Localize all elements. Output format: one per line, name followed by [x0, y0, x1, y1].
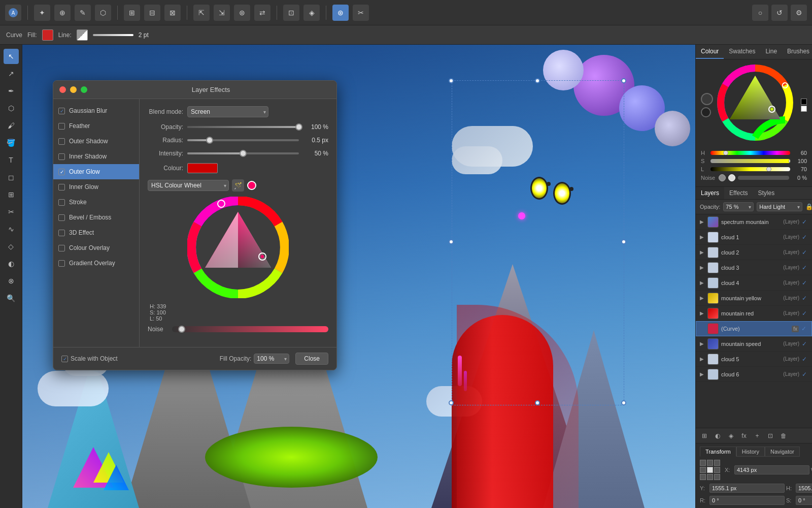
handle-tl[interactable]: [449, 78, 454, 83]
layer-cloud6[interactable]: ▶ cloud 6 (Layer) ✓: [696, 367, 812, 382]
layer-expand-icon-mr[interactable]: ▶: [699, 310, 705, 316]
layer-cloud5[interactable]: ▶ cloud 5 (Layer) ✓: [696, 352, 812, 367]
gradient-overlay-check[interactable]: [58, 260, 65, 267]
noise-thumb[interactable]: [178, 326, 185, 333]
tool-shape[interactable]: ⬡: [95, 5, 111, 21]
pos-br[interactable]: [714, 474, 720, 480]
layer-cloud1[interactable]: ▶ cloud 1 (Layer) ✓: [696, 230, 812, 245]
tool-vector-brush[interactable]: ∿: [4, 221, 19, 237]
tool-eraser[interactable]: ◇: [4, 239, 19, 254]
tool-transparency[interactable]: ⊗: [4, 273, 19, 289]
layer-vis-ms[interactable]: ✓: [802, 340, 809, 347]
layer-vis-c1[interactable]: ✓: [802, 234, 809, 241]
transform-tab-history[interactable]: History: [736, 447, 765, 457]
tool-flip[interactable]: ⇄: [254, 5, 270, 21]
tool-distribute[interactable]: ⊛: [234, 5, 250, 21]
tool-share[interactable]: ◈: [303, 5, 320, 21]
colour-preset-white[interactable]: [801, 106, 807, 112]
effect-colour-overlay[interactable]: Colour Overlay: [53, 240, 139, 256]
opacity-track[interactable]: [187, 126, 299, 128]
layers-tab-effects[interactable]: Effects: [724, 187, 753, 199]
gaussian-blur-check[interactable]: ✓: [58, 108, 65, 114]
noise-panel-circle2[interactable]: [728, 174, 735, 181]
layer-expand-icon-c5[interactable]: ▶: [699, 356, 705, 362]
feather-check[interactable]: [58, 123, 65, 130]
transform-tab-navigator[interactable]: Navigator: [765, 447, 800, 457]
pos-mc[interactable]: [707, 467, 713, 473]
pos-bl[interactable]: [700, 474, 706, 480]
tool-settings[interactable]: ⚙: [791, 5, 807, 21]
blend-mode-select[interactable]: Screen Normal Multiply Hard Light Overla…: [187, 106, 268, 117]
noise-panel-track[interactable]: [738, 176, 789, 180]
right-wheel-svg[interactable]: [717, 65, 793, 141]
y-input[interactable]: [709, 484, 785, 493]
layer-expand-icon-c3[interactable]: ▶: [699, 265, 705, 271]
layer-vis-curve[interactable]: ✓: [801, 325, 808, 332]
background-colour[interactable]: [701, 107, 711, 117]
layer-mountain-yellow[interactable]: ▶ mountain yellow (Layer) ✓: [696, 291, 812, 306]
tool-pen-left[interactable]: ✒: [4, 83, 19, 99]
tool-align-right[interactable]: ⇲: [214, 5, 230, 21]
inner-shadow-check[interactable]: [58, 153, 65, 160]
layer-blend-select[interactable]: Hard Light Normal Screen Multiply: [757, 202, 802, 211]
layer-expand-icon-ms[interactable]: ▶: [699, 341, 705, 347]
layer-mountain-speed[interactable]: ▶ mountain speed (Layer) ✓: [696, 336, 812, 352]
effect-gaussian-blur[interactable]: ✓ Gaussian Blur: [53, 103, 139, 118]
outer-glow-check[interactable]: ✓: [58, 169, 65, 175]
tool-fill[interactable]: 🪣: [4, 135, 19, 150]
h-thumb[interactable]: [723, 151, 728, 155]
handle-bl[interactable]: [449, 400, 454, 405]
tool-shape-left[interactable]: ◻: [4, 170, 19, 185]
layer-mountain-red[interactable]: ▶ mountain red (Layer) ✓: [696, 306, 812, 321]
effect-inner-shadow[interactable]: Inner Shadow: [53, 149, 139, 164]
tool-brush2[interactable]: ✂: [353, 5, 369, 21]
s-track[interactable]: [710, 159, 790, 163]
layer-vis-c4[interactable]: ✓: [802, 279, 809, 287]
layer-curve[interactable]: (Curve) fx ✓: [696, 321, 812, 336]
tool-zoom[interactable]: 🔍: [4, 291, 19, 306]
s-thumb[interactable]: [789, 159, 790, 163]
layer-delete-icon[interactable]: 🗑: [778, 430, 789, 441]
colour-overlay-check[interactable]: [58, 245, 65, 251]
tool-artboard[interactable]: ⊞: [4, 187, 19, 202]
layer-mask-icon[interactable]: ◐: [712, 430, 723, 441]
layer-expand-icon-c1[interactable]: ▶: [699, 234, 705, 240]
pos-tr[interactable]: [714, 460, 720, 466]
stroke-check[interactable]: [58, 199, 65, 206]
colour-wheel-container[interactable]: [148, 197, 328, 298]
effect-3d-effect[interactable]: 3D Effect: [53, 225, 139, 240]
tab-colour[interactable]: Colour: [696, 45, 724, 59]
effect-outer-shadow[interactable]: Outer Shadow: [53, 134, 139, 149]
layer-add-icon[interactable]: +: [752, 430, 763, 441]
layers-tab-layers[interactable]: Layers: [696, 187, 724, 199]
layer-vis-mr[interactable]: ✓: [802, 310, 809, 317]
layer-vis-c3[interactable]: ✓: [802, 264, 809, 271]
intensity-track[interactable]: [187, 152, 299, 154]
layer-fx-icon[interactable]: fx: [738, 430, 750, 441]
lock-icon[interactable]: 🔒: [805, 203, 812, 210]
l-track[interactable]: [710, 167, 790, 171]
foreground-colour[interactable]: [701, 93, 713, 105]
tool-direct-select[interactable]: ↗: [4, 66, 19, 81]
layer-expand-icon[interactable]: ▶: [699, 219, 705, 225]
tool-node[interactable]: ⊕: [54, 5, 71, 21]
scale-checkbox[interactable]: ✓: [61, 356, 68, 362]
tool-gradient[interactable]: ◐: [4, 256, 19, 271]
tool-slice[interactable]: ✂: [4, 204, 19, 219]
canvas-area[interactable]: Layer Effects ✓ Gaussian Blur Feather O: [22, 45, 695, 508]
handle-tr[interactable]: [621, 78, 626, 83]
handle-bm[interactable]: [535, 400, 540, 405]
tool-export[interactable]: ⊡: [283, 5, 299, 21]
layer-cloud2[interactable]: ▶ cloud 2 (Layer) ✓: [696, 245, 812, 260]
layer-expand-icon-c2[interactable]: ▶: [699, 249, 705, 256]
tool-brush[interactable]: ⊛: [332, 5, 349, 21]
max-traffic-light[interactable]: [81, 86, 87, 93]
tool-text[interactable]: T: [4, 152, 19, 168]
layer-vis-c6[interactable]: ✓: [802, 371, 809, 378]
picker-colour-dot[interactable]: [247, 181, 256, 190]
layer-vis-c5[interactable]: ✓: [802, 356, 809, 363]
line-width-slider[interactable]: [93, 34, 133, 36]
layer-vis-spectrum[interactable]: ✓: [802, 218, 809, 226]
layer-group-icon[interactable]: ⊞: [699, 430, 710, 441]
l-thumb[interactable]: [766, 167, 771, 171]
